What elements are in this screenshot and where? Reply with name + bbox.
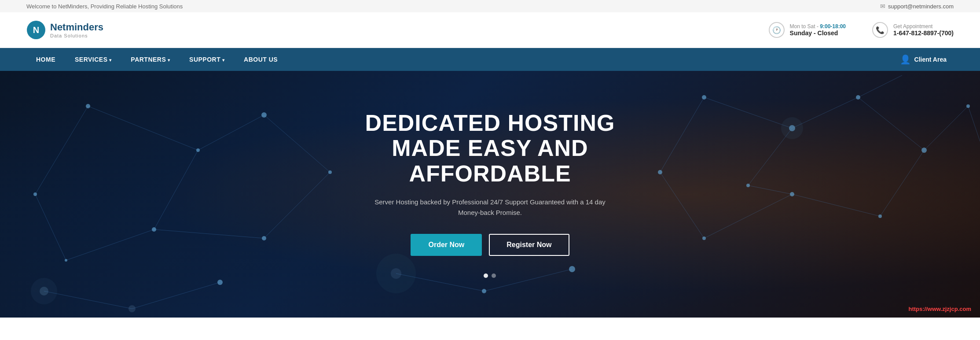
clock-icon: 🕐	[769, 22, 785, 38]
svg-point-52	[31, 278, 57, 304]
svg-point-40	[878, 214, 882, 218]
svg-point-31	[65, 259, 67, 262]
svg-line-8	[264, 115, 330, 172]
logo-text: Netminders Data Solutions	[50, 22, 103, 38]
svg-line-4	[66, 229, 154, 260]
svg-line-5	[35, 194, 66, 260]
phone-info: 📞 Get Appointment 1-647-812-8897-(700)	[872, 22, 954, 38]
nav-home[interactable]: HOME	[26, 48, 65, 71]
header: N Netminders Data Solutions 🕐 Mon to Sat…	[0, 12, 980, 48]
schedule-label: Mon to Sat - 9:00-18:00	[790, 23, 846, 30]
svg-point-29	[196, 148, 200, 152]
hero-dots	[365, 273, 615, 278]
dot-2[interactable]	[492, 273, 496, 278]
nav-home-link[interactable]: HOME	[26, 48, 65, 71]
logo-name: Netminders	[50, 22, 103, 33]
svg-line-13	[858, 97, 924, 150]
order-now-button[interactable]: Order Now	[411, 234, 482, 256]
phone-text: Get Appointment 1-647-812-8897-(700)	[893, 23, 954, 37]
client-area-button[interactable]: 👤 Client Area	[893, 50, 954, 69]
svg-point-28	[86, 104, 90, 108]
nav-about[interactable]: ABOUT US	[234, 48, 287, 71]
svg-line-7	[198, 115, 264, 150]
logo-icon: N	[26, 20, 46, 40]
svg-point-38	[856, 95, 860, 100]
svg-point-54	[781, 117, 803, 139]
top-bar: Welcome to NetMinders, Providing Reliabl…	[0, 0, 980, 12]
svg-point-36	[702, 95, 706, 100]
logo-tagline: Data Solutions	[50, 33, 103, 38]
svg-line-16	[704, 194, 792, 238]
welcome-text: Welcome to NetMinders, Providing Reliabl…	[26, 3, 183, 10]
nav-partners-link[interactable]: PARTNERS	[121, 48, 180, 71]
svg-point-45	[966, 104, 970, 108]
schedule-sunday: Sunday - Closed	[790, 30, 846, 37]
support-email-link[interactable]: support@netminders.com	[888, 3, 954, 10]
nav-links: HOME SERVICES PARTNERS SUPPORT ABOUT US	[26, 48, 287, 71]
svg-line-21	[924, 106, 968, 150]
svg-line-10	[154, 229, 264, 238]
top-bar-right: ✉ support@netminders.com	[880, 3, 954, 10]
hero-subtitle: Server Hosting backed by Professional 24…	[365, 197, 615, 218]
svg-line-15	[792, 194, 880, 216]
svg-point-35	[262, 236, 266, 240]
hero-section: DEDICATED HOSTING MADE EASY AND AFFORDAB…	[0, 71, 980, 318]
phone-number: 1-647-812-8897-(700)	[893, 30, 954, 37]
svg-point-44	[746, 184, 750, 187]
client-area-label: Client Area	[914, 56, 947, 63]
schedule-info: 🕐 Mon to Sat - 9:00-18:00 Sunday - Close…	[769, 22, 846, 38]
svg-line-23	[858, 75, 902, 97]
svg-line-18	[660, 97, 704, 172]
svg-point-48	[217, 280, 223, 285]
svg-line-2	[88, 106, 198, 150]
svg-point-47	[128, 305, 136, 312]
user-icon: 👤	[900, 54, 911, 65]
svg-point-33	[261, 112, 267, 118]
nav-about-link[interactable]: ABOUT US	[234, 48, 287, 71]
hero-content: DEDICATED HOSTING MADE EASY AND AFFORDAB…	[356, 93, 624, 296]
hero-title: DEDICATED HOSTING MADE EASY AND AFFORDAB…	[365, 111, 615, 186]
svg-line-9	[264, 172, 330, 238]
schedule-text: Mon to Sat - 9:00-18:00 Sunday - Closed	[790, 23, 846, 37]
navbar: HOME SERVICES PARTNERS SUPPORT ABOUT US …	[0, 48, 980, 71]
register-now-button[interactable]: Register Now	[489, 234, 569, 256]
svg-line-6	[35, 106, 88, 194]
svg-point-43	[658, 170, 662, 174]
watermark: https://www.zjzjcp.com	[908, 306, 971, 312]
logo-area: N Netminders Data Solutions	[26, 20, 103, 40]
svg-point-39	[921, 148, 927, 153]
email-icon: ✉	[880, 3, 885, 10]
appointment-label: Get Appointment	[893, 23, 954, 30]
svg-line-11	[704, 97, 792, 128]
svg-line-22	[968, 106, 980, 141]
hero-buttons: Order Now Register Now	[365, 234, 615, 256]
nav-services[interactable]: SERVICES	[65, 48, 121, 71]
svg-text:N: N	[33, 25, 39, 35]
dot-1[interactable]	[484, 273, 488, 278]
svg-point-41	[790, 192, 794, 196]
svg-point-30	[152, 227, 156, 232]
phone-icon: 📞	[872, 22, 888, 38]
nav-support[interactable]: SUPPORT	[180, 48, 234, 71]
svg-point-34	[328, 170, 332, 174]
svg-line-14	[880, 150, 924, 216]
nav-support-link[interactable]: SUPPORT	[180, 48, 234, 71]
svg-line-3	[154, 150, 198, 229]
svg-line-24	[44, 291, 132, 309]
svg-line-25	[132, 282, 220, 309]
header-right: 🕐 Mon to Sat - 9:00-18:00 Sunday - Close…	[769, 22, 954, 38]
nav-partners[interactable]: PARTNERS	[121, 48, 180, 71]
svg-line-17	[660, 172, 704, 238]
nav-services-link[interactable]: SERVICES	[65, 48, 121, 71]
svg-point-42	[702, 237, 706, 240]
svg-line-20	[748, 185, 792, 194]
svg-point-32	[33, 192, 37, 196]
